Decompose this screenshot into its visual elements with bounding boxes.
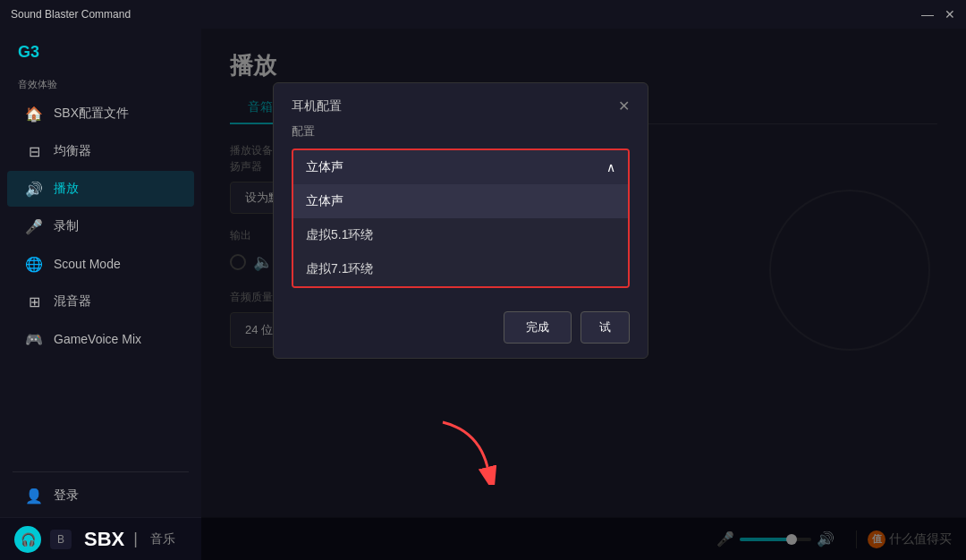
sidebar-label-playback: 播放 (54, 181, 79, 197)
app-container: G3 音效体验 🏠 SBX配置文件 ⊟ 均衡器 🔊 播放 🎤 录制 🌐 Scou… (0, 29, 966, 560)
sbx-separator: | (133, 530, 138, 548)
sidebar-item-mixer[interactable]: ⊞ 混音器 (7, 284, 194, 319)
sidebar-divider (13, 471, 189, 472)
sidebar-label-login: 登录 (54, 488, 79, 504)
arrow-indicator (434, 413, 505, 488)
mixer-icon: ⊞ (25, 293, 43, 310)
close-button[interactable]: ✕ (945, 7, 955, 21)
brand-tag: G3 (0, 38, 201, 71)
modal-option-stereo[interactable]: 立体声 (293, 184, 628, 218)
sidebar-section-label: 音效体验 (0, 71, 201, 95)
sidebar-label-mixer: 混音器 (54, 293, 91, 310)
sidebar-item-equalizer[interactable]: ⊟ 均衡器 (7, 133, 194, 169)
modal-dropdown-container: 立体声 ∧ 立体声 虚拟5.1环绕 虚拟7.1环绕 (292, 148, 630, 288)
sidebar-item-login[interactable]: 👤 登录 (7, 478, 194, 513)
sidebar-label-record: 录制 (54, 218, 79, 234)
scout-icon: 🌐 (25, 255, 43, 273)
modal-header: 耳机配置 ✕ (274, 83, 648, 123)
modal-config-label: 配置 (292, 123, 630, 140)
sbx-mode-label: 音乐 (150, 531, 175, 547)
modal-overlay: 耳机配置 ✕ 配置 立体声 ∧ 立体声 (201, 29, 966, 560)
sidebar-label-equalizer: 均衡器 (54, 143, 91, 159)
modal-body: 配置 立体声 ∧ 立体声 虚拟5.1环绕 (274, 123, 648, 302)
sidebar-label-scout: Scout Mode (54, 257, 121, 271)
modal-option-virtual51[interactable]: 虚拟5.1环绕 (293, 218, 628, 252)
minimize-button[interactable]: — (921, 7, 934, 21)
bottom-headphone-icon: 🎧 (14, 526, 41, 553)
equalizer-icon: ⊟ (25, 142, 43, 160)
sidebar-item-gamevoice[interactable]: 🎮 GameVoice Mix (7, 321, 194, 357)
playback-icon: 🔊 (25, 180, 43, 198)
sidebar-label-sbx: SBX配置文件 (54, 106, 129, 122)
modal-test-button[interactable]: 试 (580, 311, 630, 344)
home-icon: 🏠 (25, 105, 43, 123)
modal-dropdown-options: 立体声 虚拟5.1环绕 虚拟7.1环绕 (293, 184, 628, 286)
window-controls: — ✕ (921, 7, 955, 21)
modal-option-virtual71[interactable]: 虚拟7.1环绕 (293, 252, 628, 286)
sidebar-label-gamevoice: GameVoice Mix (54, 332, 141, 346)
modal-dropdown-selected: 立体声 (306, 159, 343, 175)
sidebar-item-sbx[interactable]: 🏠 SBX配置文件 (7, 96, 194, 132)
modal-footer: 完成 试 (274, 302, 648, 358)
modal-title: 耳机配置 (292, 98, 342, 115)
bottom-device-label: B (50, 530, 72, 549)
titlebar: Sound Blaster Command — ✕ (0, 0, 966, 29)
modal-headphone-config: 耳机配置 ✕ 配置 立体声 ∧ 立体声 (273, 82, 648, 359)
modal-complete-button[interactable]: 完成 (504, 311, 572, 344)
user-icon: 👤 (25, 487, 43, 505)
modal-dropdown-header[interactable]: 立体声 ∧ (293, 150, 628, 184)
app-title: Sound Blaster Command (11, 8, 131, 21)
modal-dropdown-chevron: ∧ (606, 160, 615, 174)
sidebar-item-record[interactable]: 🎤 录制 (7, 208, 194, 244)
modal-close-button[interactable]: ✕ (618, 98, 630, 115)
main-content: 播放 音箱/耳机 耳麦 播放设备扬声器 设为默认 ∨ ✓ (201, 29, 966, 560)
gamevoice-icon: 🎮 (25, 330, 43, 348)
sbx-logo: SBX (84, 528, 124, 551)
arrow-svg (434, 413, 505, 485)
headphone-icon: 🎧 (21, 532, 36, 547)
sidebar-item-scout[interactable]: 🌐 Scout Mode (7, 246, 194, 282)
sidebar-item-playback[interactable]: 🔊 播放 (7, 171, 194, 207)
mic-icon: 🎤 (25, 217, 43, 235)
sidebar: G3 音效体验 🏠 SBX配置文件 ⊟ 均衡器 🔊 播放 🎤 录制 🌐 Scou… (0, 29, 201, 560)
